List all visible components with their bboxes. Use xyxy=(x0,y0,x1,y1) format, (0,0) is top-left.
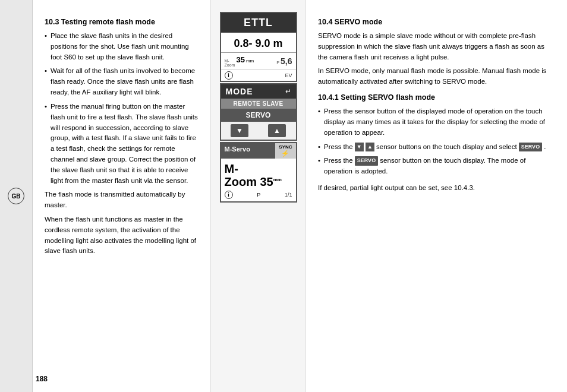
servo-row: SERVO xyxy=(221,109,296,122)
right-column: 10.4 SERVO mode SERVO mode is a simple s… xyxy=(306,0,567,392)
down-arrow-inline: ▼ xyxy=(355,143,364,152)
right-paragraph-3: If desired, partial light output can be … xyxy=(318,183,555,194)
ettl-f-label: F xyxy=(276,60,279,65)
ettl-distance: 0.8- 9.0 m xyxy=(221,33,296,53)
section-title-103: 10.3 Testing remote flash mode xyxy=(45,18,199,26)
ettl-header: ETTL xyxy=(221,13,296,33)
mservo-bottom-row: i P 1/1 xyxy=(221,189,296,201)
servo-badge-2: SERVO xyxy=(355,156,378,166)
bullet2-prefix: Press the xyxy=(324,143,353,150)
mode-return-arrow: ↵ xyxy=(285,87,291,96)
mzoom-area: M- Zoom 35mm xyxy=(221,159,296,189)
bullet2-suffix: . xyxy=(544,143,546,150)
right-bullet-1: Press the sensor button of the displayed… xyxy=(318,106,555,138)
info-icon: i xyxy=(225,71,233,80)
page-number: 188 xyxy=(36,375,48,383)
down-arrow-button[interactable]: ▼ xyxy=(231,124,248,137)
gb-badge: GB xyxy=(8,188,24,204)
ettl-f-value: 5,6 xyxy=(281,56,292,66)
mservo-header-row: M-Servo SYNC ⚡ xyxy=(221,143,296,159)
bullet3-suffix: sensor button on the touch display. The … xyxy=(324,157,525,175)
mzoom-text: M- Zoom 35mm xyxy=(225,162,292,188)
left-sidebar: GB xyxy=(0,0,33,392)
mode-title: MODE xyxy=(226,87,253,96)
left-column: 10.3 Testing remote flash mode Place the… xyxy=(33,0,211,392)
page-indicator: 1/1 xyxy=(285,192,292,198)
device-container: ETTL 0.8- 9.0 m M-Zoom 35 mm F 5,6 xyxy=(220,12,297,204)
gb-label: GB xyxy=(12,193,21,200)
mode-panel: MODE ↵ REMOTE SLAVE SERVO ▼ ▲ xyxy=(220,83,297,141)
paragraph-1: The flash mode is transmitted automatica… xyxy=(45,189,199,211)
mode-header: MODE ↵ xyxy=(221,84,296,99)
servo-badge-1: SERVO xyxy=(519,143,542,152)
sync-label: SYNC xyxy=(279,144,292,150)
ev-label: EV xyxy=(285,72,292,78)
ettl-zoom-val: 35 xyxy=(236,55,244,64)
bullet2-middle: sensor buttons on the touch display and … xyxy=(376,143,517,150)
arrow-buttons-row: ▼ ▲ xyxy=(221,122,296,140)
mservo-panel: M-Servo SYNC ⚡ M- Zoom 35mm i P 1/1 xyxy=(220,142,297,203)
ettl-f-info: F 5,6 xyxy=(276,56,292,66)
right-paragraph-2: In SERVO mode, only manual flash mode is… xyxy=(318,66,555,87)
remote-slave-row: REMOTE SLAVE xyxy=(221,99,296,109)
bullet3-prefix: Press the xyxy=(324,157,353,164)
up-arrow-inline: ▲ xyxy=(366,143,374,152)
ettl-zoom-row: M-Zoom 35 mm F 5,6 xyxy=(221,53,296,70)
sync-box: SYNC ⚡ xyxy=(275,143,295,159)
right-bullet-3: Press the SERVO sensor button on the tou… xyxy=(318,156,555,177)
bullet-1: Place the slave flash units in the desir… xyxy=(45,31,199,62)
main-content: 10.3 Testing remote flash mode Place the… xyxy=(33,0,567,392)
mzoom-sub: mm xyxy=(273,177,282,182)
mservo-label: M-Servo xyxy=(221,143,276,159)
right-paragraph-1: SERVO mode is a simple slave mode withou… xyxy=(318,31,555,62)
bullet-2: Wait for all of the flash units involved… xyxy=(45,66,199,97)
ettl-zoom-info: M-Zoom 35 mm xyxy=(225,55,254,67)
p-label: P xyxy=(257,192,260,198)
ettl-bottom-row: i EV xyxy=(221,70,296,81)
ettl-panel: ETTL 0.8- 9.0 m M-Zoom 35 mm F 5,6 xyxy=(220,12,297,82)
mservo-info-icon: i xyxy=(225,191,233,199)
middle-column: ETTL 0.8- 9.0 m M-Zoom 35 mm F 5,6 xyxy=(211,0,306,392)
right-bullet-2: Press the ▼ ▲ sensor buttons on the touc… xyxy=(318,142,555,153)
paragraph-2: When the flash unit functions as master … xyxy=(45,214,199,257)
section-title-104: 10.4 SERVO mode xyxy=(318,18,555,26)
bullet-3: Press the manual firing button on the ma… xyxy=(45,102,199,186)
lightning-icon: ⚡ xyxy=(281,150,289,157)
up-arrow-button[interactable]: ▲ xyxy=(268,124,286,137)
ettl-zoom-unit: mm xyxy=(246,58,254,64)
section-title-1041: 10.4.1 Setting SERVO flash mode xyxy=(318,93,555,102)
ettl-zoom-label: M-Zoom xyxy=(225,59,235,67)
